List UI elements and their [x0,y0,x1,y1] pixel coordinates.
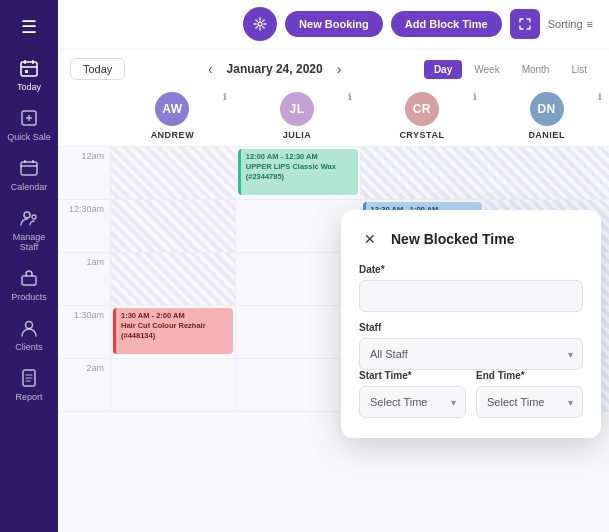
today-icon [18,58,40,80]
time-label-1am: 1am [58,253,110,305]
avatar-julia: JL [280,92,314,126]
staff-col-julia: JL ℹ JULIA [235,86,360,146]
sidebar-item-today[interactable]: Today [0,50,58,100]
calendar-view-tabs: Day Week Month List [424,60,597,79]
appt-time: 12:00 AM - 12:30 AM [246,152,353,162]
calendar-nav: ‹ January 24, 2020 › [135,59,414,79]
start-time-select[interactable]: Select Time [359,386,466,418]
tab-week[interactable]: Week [464,60,509,79]
sidebar-item-calendar[interactable]: Calendar [0,150,58,200]
tab-list[interactable]: List [561,60,597,79]
svg-point-9 [258,22,262,26]
svg-rect-0 [21,62,37,76]
staff-name-julia: JULIA [283,130,312,140]
sidebar-label-products: Products [11,292,47,302]
sidebar-label-today: Today [17,82,41,92]
modal-header: ✕ New Blocked Time [359,228,583,250]
sorting-control[interactable]: Sorting ≡ [548,18,593,30]
avatar-andrew: AW [155,92,189,126]
time-label-1230am: 12:30am [58,200,110,252]
info-icon-andrew[interactable]: ℹ [223,92,227,102]
cell-2am-andrew[interactable] [110,359,235,411]
svg-point-4 [24,212,30,218]
staff-name-andrew: ANDREW [151,130,195,140]
report-icon [18,368,40,390]
modal-title: New Blocked Time [391,231,514,247]
time-cols-12am: 12:00 AM - 12:30 AM UPPER LIPS Classic W… [110,147,609,199]
new-blocked-time-modal: ✕ New Blocked Time Date* Staff All Staff… [341,210,601,438]
staff-select[interactable]: All Staff Andrew Julia Crystal Daniel [359,338,583,370]
prev-arrow[interactable]: ‹ [202,59,219,79]
appt-pink-andrew[interactable]: 1:30 AM - 2:00 AM Hair Cut Colour Rezhai… [113,308,233,354]
sidebar-label-calendar: Calendar [11,182,48,192]
svg-rect-1 [25,70,28,73]
appt-service: Hair Cut Colour Rezhair (#448134) [121,321,228,341]
settings-button[interactable] [243,7,277,41]
cell-12am-daniel[interactable] [484,147,609,199]
sidebar-item-manage-staff[interactable]: Manage Staff [0,200,58,260]
end-time-select[interactable]: Select Time [476,386,583,418]
new-booking-button[interactable]: New Booking [285,11,383,37]
start-time-select-wrapper: Select Time ▾ [359,386,466,418]
add-block-time-button[interactable]: Add Block Time [391,11,502,37]
sidebar-label-clients: Clients [15,342,43,352]
calendar-date: January 24, 2020 [227,62,323,76]
sidebar-item-report[interactable]: Report [0,360,58,410]
calendar-toolbar: Today ‹ January 24, 2020 › Day Week Mont… [58,48,609,86]
cell-12am-crystal[interactable] [360,147,485,199]
staff-col-crystal: CR ℹ CRYSTAL [360,86,485,146]
header: New Booking Add Block Time Sorting ≡ [58,0,609,48]
next-arrow[interactable]: › [331,59,348,79]
time-fields-row: Start Time* Select Time ▾ End Time* Sele… [359,370,583,418]
staff-field-label: Staff [359,322,583,333]
tab-month[interactable]: Month [512,60,560,79]
appt-green-julia[interactable]: 12:00 AM - 12:30 AM UPPER LIPS Classic W… [238,149,358,195]
quick-sale-icon [18,108,40,130]
staff-name-crystal: CRYSTAL [399,130,444,140]
time-label-12am: 12am [58,147,110,199]
avatar-crystal: CR [405,92,439,126]
info-icon-crystal[interactable]: ℹ [473,92,477,102]
avatar-daniel: DN [530,92,564,126]
sidebar-item-clients[interactable]: Clients [0,310,58,360]
date-field-label: Date* [359,264,583,275]
appt-service: UPPER LIPS Classic Wax (#2344785) [246,162,353,182]
cell-12am-julia[interactable]: 12:00 AM - 12:30 AM UPPER LIPS Classic W… [235,147,360,199]
info-icon-daniel[interactable]: ℹ [598,92,602,102]
time-label-2am: 2am [58,359,110,411]
menu-icon[interactable]: ☰ [13,8,45,46]
info-icon-julia[interactable]: ℹ [348,92,352,102]
sidebar-item-products[interactable]: Products [0,260,58,310]
date-input[interactable] [359,280,583,312]
modal-close-button[interactable]: ✕ [359,228,381,250]
svg-point-7 [26,322,33,329]
sidebar-item-quick-sale[interactable]: Quick Sale [0,100,58,150]
cell-12am-andrew[interactable] [110,147,235,199]
cell-130am-andrew[interactable]: 1:30 AM - 2:00 AM Hair Cut Colour Rezhai… [110,306,235,358]
cell-1am-andrew[interactable] [110,253,235,305]
tab-day[interactable]: Day [424,60,462,79]
sidebar: ☰ Today Quick Sale Calendar [0,0,58,532]
cell-1230am-andrew[interactable] [110,200,235,252]
staff-col-daniel: DN ℹ DANIEL [484,86,609,146]
sidebar-label-report: Report [15,392,42,402]
sidebar-label-quick-sale: Quick Sale [7,132,51,142]
end-time-select-wrapper: Select Time ▾ [476,386,583,418]
staff-select-wrapper: All Staff Andrew Julia Crystal Daniel ▾ [359,338,583,370]
sorting-icon: ≡ [587,18,593,30]
products-icon [18,268,40,290]
staff-name-daniel: DANIEL [528,130,565,140]
appt-time: 1:30 AM - 2:00 AM [121,311,228,321]
start-time-label: Start Time* [359,370,466,381]
end-time-group: End Time* Select Time ▾ [476,370,583,418]
staff-col-andrew: AW ℹ ANDREW [110,86,235,146]
time-label-130am: 1:30am [58,306,110,358]
today-button[interactable]: Today [70,58,125,80]
sidebar-label-manage-staff: Manage Staff [4,232,54,252]
clients-icon [18,318,40,340]
svg-rect-3 [21,162,37,175]
calendar-icon [18,158,40,180]
staff-header-row: AW ℹ ANDREW JL ℹ JULIA CR ℹ CRYSTAL DN ℹ… [58,86,609,147]
svg-point-5 [32,215,36,219]
fullscreen-button[interactable] [510,9,540,39]
